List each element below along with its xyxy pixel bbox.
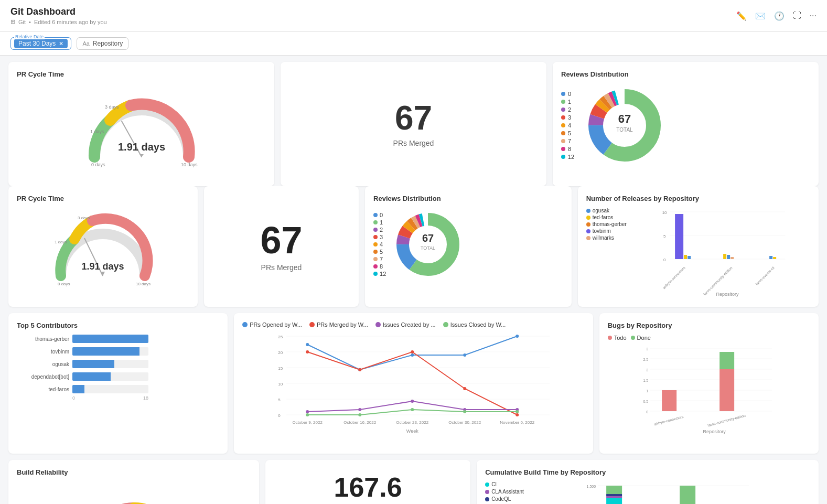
cum-chart-area: 1,500 1,000 500 0 xyxy=(530,481,810,504)
svg-text:2.5: 2.5 xyxy=(643,358,648,361)
rel-thomas: thomas-gerber xyxy=(586,221,627,227)
rv-4: 4 xyxy=(373,241,386,248)
svg-text:Repository: Repository xyxy=(716,292,739,297)
svg-text:10 days: 10 days xyxy=(136,282,151,286)
date-filter-value: Past 30 Days xyxy=(18,40,56,47)
build-gauge-svg: 0.9 0.8 0.95 0.98 1 xyxy=(81,481,186,504)
bugs-by-repo-card: Bugs by Repository Todo Done 3 2.5 2 1.5… xyxy=(599,313,819,454)
svg-point-71 xyxy=(306,350,309,353)
pr-gauge-svg: 1.91 days 0 days 1 days 3 days 10 days xyxy=(50,208,155,289)
svg-text:faros-events-cli: faros-events-cli xyxy=(755,265,775,286)
rv-2: 2 xyxy=(373,227,386,233)
svg-marker-1 xyxy=(139,154,144,157)
svg-rect-130 xyxy=(606,498,622,504)
ll-issues-created: Issues Created by ... xyxy=(375,321,436,328)
contrib-ogusak: ogusak xyxy=(17,360,219,368)
fullscreen-icon[interactable]: ⛶ xyxy=(793,11,801,20)
ll-prs-opened: PRs Opened by W... xyxy=(242,321,302,328)
svg-text:0: 0 xyxy=(646,410,648,414)
svg-text:airbyte-connectors: airbyte-connectors xyxy=(662,265,686,290)
svg-text:10 days: 10 days xyxy=(181,162,198,167)
svg-text:TOTAL: TOTAL xyxy=(617,127,633,133)
contrib-ted: ted-faros xyxy=(17,385,219,393)
row-1: PR Cycle Time 1.91 days 0 days 1 days 3 xyxy=(0,56,827,186)
build-reliability-card: Build Reliability 0.9 0.8 xyxy=(8,460,259,504)
svg-text:1,500: 1,500 xyxy=(586,485,596,488)
pr-cycle-time-card2: PR Cycle Time 1.91 days 0 days 1 days 3 … xyxy=(8,186,198,307)
cumulative-svg: 1,500 1,000 500 0 xyxy=(530,481,810,504)
svg-point-76 xyxy=(306,410,309,413)
date-filter-group: Relative Date Past 30 Days ✕ xyxy=(10,37,71,50)
svg-text:October 9, 2022: October 9, 2022 xyxy=(293,420,323,425)
releases-svg: 10 5 0 xyxy=(631,208,810,297)
svg-point-70 xyxy=(515,335,519,338)
svg-point-75 xyxy=(515,413,519,416)
svg-text:airbyte-connectors: airbyte-connectors xyxy=(653,415,684,427)
builds-per-week-card: 167.6 Builds per Week xyxy=(265,460,470,504)
date-filter-close[interactable]: ✕ xyxy=(59,40,63,47)
rel-ted: ted-faros xyxy=(586,215,627,220)
svg-rect-129 xyxy=(606,496,622,498)
gauge-wrapper2: 1.91 days 0 days 1 days 3 days 10 days xyxy=(17,208,189,289)
row1: PR Cycle Time 1.91 days 0 days 1 days 3 … xyxy=(8,186,819,307)
svg-text:10: 10 xyxy=(278,382,283,387)
reviews-distribution-card: Reviews Distribution 0 1 2 3 4 5 7 8 12 xyxy=(553,62,819,186)
prs-merged-lbl: PRs Merged xyxy=(261,263,302,272)
svg-text:1.5: 1.5 xyxy=(643,379,648,382)
cum-cla: CLA Assistant xyxy=(485,489,526,495)
header-left: Git Dashboard ⊞ Git • Edited 6 minutes a… xyxy=(10,6,107,25)
date-filter-tag[interactable]: Past 30 Days ✕ xyxy=(14,39,68,48)
rv-5: 5 xyxy=(373,249,386,255)
svg-point-81 xyxy=(306,413,309,416)
contrib-dependabot: dependabot[bot] xyxy=(17,372,219,381)
svg-text:1 days: 1 days xyxy=(90,129,104,134)
app-icon: ⊞ xyxy=(10,18,15,25)
rv-1: 1 xyxy=(373,219,386,226)
releases-title: Number of Releases by Repository xyxy=(586,195,810,202)
svg-point-85 xyxy=(515,410,519,413)
top-contributors-card: Top 5 Contributors thomas-gerber tovbinm xyxy=(8,313,228,454)
svg-rect-108 xyxy=(719,352,734,369)
header-actions: ✏️ ✉️ 🕐 ⛶ ··· xyxy=(736,11,817,21)
gauge-container: 1.91 days 0 days 1 days 3 days 10 days xyxy=(17,83,266,178)
svg-point-74 xyxy=(463,387,466,390)
mail-icon[interactable]: ✉️ xyxy=(755,11,766,21)
clock-icon[interactable]: 🕐 xyxy=(774,11,785,21)
edit-icon[interactable]: ✏️ xyxy=(736,11,747,21)
row3: Build Reliability 0.9 0.8 xyxy=(8,460,819,504)
legend-3: 3 xyxy=(561,114,574,121)
date-filter-label: Relative Date xyxy=(14,34,45,39)
svg-text:0: 0 xyxy=(278,413,281,418)
rv-7: 7 xyxy=(373,256,386,262)
bugs-legend: Todo Done xyxy=(608,335,810,341)
svg-point-78 xyxy=(411,400,414,403)
gauge-svg: 1.91 days 0 days 1 days 3 days 10 days xyxy=(84,94,199,167)
releases-chart-area: 10 5 0 xyxy=(631,208,810,298)
filters-bar: Relative Date Past 30 Days ✕ Aa Reposito… xyxy=(0,32,827,56)
text-icon: Aa xyxy=(82,40,89,47)
svg-point-73 xyxy=(411,350,414,353)
more-icon[interactable]: ··· xyxy=(810,11,817,20)
svg-text:November 6, 2022: November 6, 2022 xyxy=(500,420,535,425)
pr-cycle-time-card: PR Cycle Time 1.91 days 0 days 1 days 3 xyxy=(8,62,274,186)
edited-info: Edited 6 minutes ago by you xyxy=(34,19,107,25)
rv-3: 3 xyxy=(373,234,386,240)
svg-text:1: 1 xyxy=(646,389,648,393)
pr-cycle-time-title: PR Cycle Time xyxy=(17,70,266,78)
repo-filter[interactable]: Aa Repository xyxy=(77,37,128,50)
svg-point-77 xyxy=(358,408,361,411)
ll-prs-merged: PRs Merged by W... xyxy=(309,321,368,328)
svg-text:20: 20 xyxy=(278,350,283,355)
cum-legend: CI CLA Assistant CodeQL Dependabot ... R… xyxy=(485,481,526,504)
build-gauge-wrapper: 0.9 0.8 0.95 0.98 1 xyxy=(17,481,251,504)
svg-text:67: 67 xyxy=(422,232,434,244)
svg-text:3 days: 3 days xyxy=(78,216,90,220)
top-contrib-title: Top 5 Contributors xyxy=(17,321,219,329)
svg-rect-49 xyxy=(773,257,776,259)
line-chart-svg: 25 20 15 10 5 0 xyxy=(242,332,584,437)
reviews-legend: 0 1 2 3 4 5 7 8 12 xyxy=(373,212,386,277)
header-meta: ⊞ Git • Edited 6 minutes ago by you xyxy=(10,18,107,25)
cumulative-content: CI CLA Assistant CodeQL Dependabot ... R… xyxy=(485,481,810,504)
svg-rect-134 xyxy=(680,486,695,504)
svg-text:1.91 days: 1.91 days xyxy=(82,261,124,272)
